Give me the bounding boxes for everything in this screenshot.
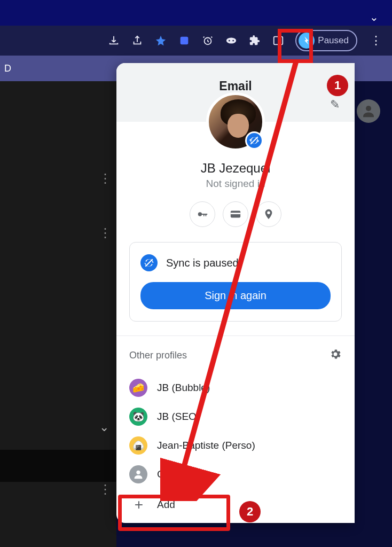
passwords-icon[interactable] <box>190 201 215 227</box>
profile-paused-label: Paused <box>318 35 349 46</box>
extension-icon-1[interactable] <box>178 34 191 47</box>
profile-avatar-icon: 🧀 <box>129 379 147 397</box>
profile-label: JB (SEO) <box>157 411 200 423</box>
sync-off-icon <box>140 254 158 271</box>
edit-icon[interactable]: ✎ <box>330 98 340 112</box>
other-profiles-label: Other profiles <box>129 350 187 361</box>
annotation-box-1 <box>278 29 313 63</box>
annotation-callout-2: 2 <box>239 501 261 522</box>
user-name-block: JB Jezequel Not signed in <box>116 161 355 190</box>
account-avatar-icon[interactable] <box>357 99 380 123</box>
sync-card: Sync is paused Sign in again <box>129 242 342 322</box>
svg-point-4 <box>233 40 234 42</box>
chevron-down-icon[interactable]: ⌄ <box>99 420 109 434</box>
profile-avatar-icon: 🍙 <box>129 436 147 455</box>
profile-label: JB (Bubble) <box>157 382 210 394</box>
window-titlebar: ⌄ <box>0 0 392 26</box>
profile-item[interactable]: 🍙Jean-Baptiste (Perso) <box>129 431 342 460</box>
svg-point-7 <box>366 106 371 111</box>
more-icon[interactable]: ⋮ <box>99 171 112 186</box>
sync-status-text: Sync is paused <box>166 257 239 269</box>
signin-again-button[interactable]: Sign in again <box>140 282 331 309</box>
annotation-box-2 <box>118 495 230 531</box>
svg-point-13 <box>136 471 140 474</box>
dark-row <box>0 450 116 482</box>
svg-point-2 <box>226 38 236 44</box>
svg-rect-0 <box>181 37 189 45</box>
svg-rect-11 <box>231 213 240 214</box>
download-icon[interactable] <box>107 34 120 47</box>
alarm-icon[interactable] <box>201 34 214 47</box>
more-icon[interactable]: ⋮ <box>99 225 112 240</box>
signin-status: Not signed in <box>116 178 355 190</box>
overflow-menu-icon[interactable]: ⋮ <box>368 34 384 48</box>
profile-avatar-icon <box>129 465 147 483</box>
addresses-icon[interactable] <box>256 201 281 227</box>
user-name: JB Jezequel <box>116 161 355 176</box>
extensions-puzzle-icon[interactable] <box>248 34 261 47</box>
browser-toolbar: Paused ⋮ <box>0 26 392 56</box>
user-avatar <box>206 92 265 151</box>
profile-label: Guest <box>157 468 184 480</box>
profile-item[interactable]: 🐼JB (SEO) <box>129 402 342 431</box>
sync-paused-badge-icon <box>245 131 263 150</box>
share-icon[interactable] <box>131 34 144 47</box>
manage-profiles-gear-icon[interactable] <box>329 348 342 363</box>
profile-item[interactable]: Guest <box>129 460 342 489</box>
profile-menu-panel: Email ✎ JB Jezequel Not signed in Sync i… <box>116 63 355 523</box>
payment-icon[interactable] <box>223 201 248 227</box>
more-icon[interactable]: ⋮ <box>99 482 112 497</box>
bookmarks-letter: D <box>4 63 11 74</box>
svg-point-9 <box>198 212 202 216</box>
page-background: ⋮ ⋮ ⌄ ⋮ <box>0 81 116 547</box>
bookmark-star-icon[interactable] <box>154 34 167 47</box>
profile-avatar-icon: 🐼 <box>129 408 147 426</box>
panel-title: Email <box>116 79 355 93</box>
extension-icon-2[interactable] <box>225 34 238 47</box>
chevron-down-icon[interactable]: ⌄ <box>370 11 379 24</box>
profile-item[interactable]: 🧀JB (Bubble) <box>129 373 342 402</box>
svg-point-3 <box>229 40 230 42</box>
profile-label: Jean-Baptiste (Perso) <box>157 440 255 451</box>
quick-actions <box>116 201 355 227</box>
annotation-callout-1: 1 <box>327 75 348 96</box>
